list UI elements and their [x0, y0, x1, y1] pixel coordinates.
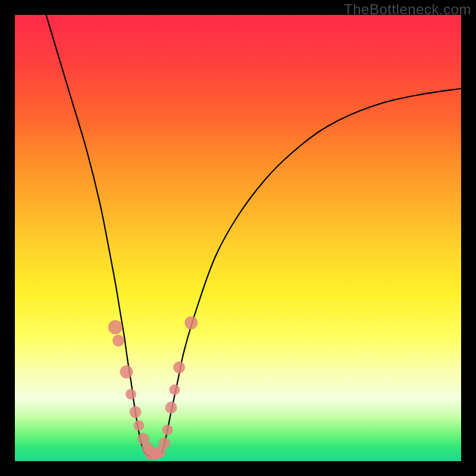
watermark-text: TheBottleneck.com — [344, 1, 471, 18]
curve-left-branch — [46, 15, 145, 452]
scatter-dot — [173, 362, 185, 374]
scatter-dot — [130, 406, 142, 418]
chart-frame: TheBottleneck.com — [0, 0, 476, 476]
scatter-dot — [158, 437, 170, 449]
scatter-dot — [112, 335, 124, 347]
scatter-dot — [170, 384, 180, 395]
scatter-dot — [108, 320, 123, 334]
scatter-dot — [165, 402, 177, 414]
chart-svg — [15, 15, 461, 461]
scatter-dot — [134, 420, 145, 431]
scatter-dot — [120, 365, 133, 378]
scatter-dot — [162, 425, 173, 436]
chart-curve — [46, 15, 462, 457]
scatter-dots — [108, 317, 198, 461]
chart-plot-area — [15, 15, 461, 461]
scatter-dot — [184, 317, 198, 330]
scatter-dot — [126, 389, 136, 400]
curve-right-branch — [162, 89, 462, 452]
